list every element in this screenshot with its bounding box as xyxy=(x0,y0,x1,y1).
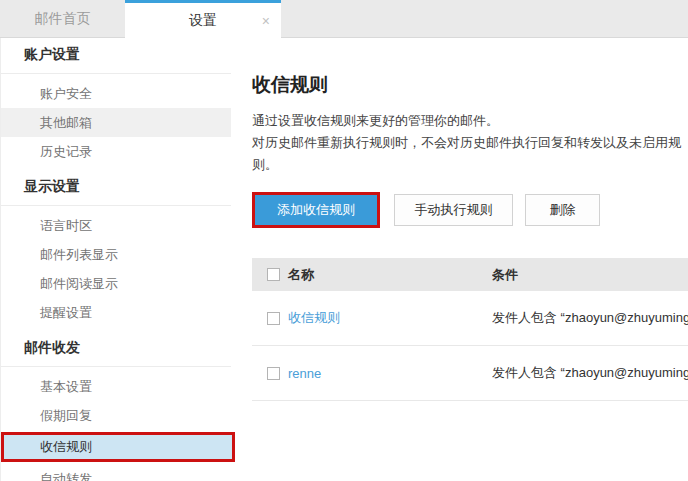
rule-name-link[interactable]: renne xyxy=(288,366,321,381)
select-all-checkbox[interactable] xyxy=(267,268,280,281)
description-line-1: 通过设置收信规则来更好的管理你的邮件。 xyxy=(252,110,688,132)
sidebar-item-history[interactable]: 历史记录 xyxy=(1,137,231,166)
delete-button[interactable]: 删除 xyxy=(525,194,600,226)
sidebar-item-mail-read-display[interactable]: 邮件阅读显示 xyxy=(1,269,231,298)
sidebar-section-account-list: 账户安全 其他邮箱 历史记录 xyxy=(1,74,231,170)
sidebar-item-account-security[interactable]: 账户安全 xyxy=(1,79,231,108)
table-row: 收信规则 发件人包含 “zhaoyun@zhuyuming.so xyxy=(252,291,688,346)
close-icon[interactable]: × xyxy=(262,14,270,28)
sidebar-item-other-mailboxes[interactable]: 其他邮箱 xyxy=(1,108,231,137)
table-header-row: 名称 条件 xyxy=(252,258,688,291)
annotation-highlight-add-button: 添加收信规则 xyxy=(252,192,380,228)
sidebar-item-basic-settings[interactable]: 基本设置 xyxy=(1,372,231,401)
column-header-condition: 条件 xyxy=(492,266,688,284)
sidebar-item-incoming-rules[interactable]: 收信规则 xyxy=(1,432,235,462)
sidebar-section-display: 显示设置 xyxy=(1,170,231,206)
sidebar-item-language-timezone[interactable]: 语言时区 xyxy=(1,211,231,240)
sidebar-item-auto-forward[interactable]: 自动转发 xyxy=(1,464,231,481)
page-description: 通过设置收信规则来更好的管理你的邮件。 对历史邮件重新执行规则时，不会对历史邮件… xyxy=(252,110,688,176)
rule-condition: 发件人包含 “zhaoyun@zhuyuming.so xyxy=(492,364,688,382)
row-checkbox[interactable] xyxy=(267,312,280,325)
table-row: renne 发件人包含 “zhaoyun@zhuyuming.so xyxy=(252,346,688,401)
rule-name-link[interactable]: 收信规则 xyxy=(288,310,340,325)
sidebar-section-display-list: 语言时区 邮件列表显示 邮件阅读显示 提醒设置 xyxy=(1,206,231,331)
description-line-2: 对历史邮件重新执行规则时，不会对历史邮件执行回复和转发以及未启用规则。 xyxy=(252,132,688,176)
sidebar-item-vacation-reply[interactable]: 假期回复 xyxy=(1,401,231,430)
sidebar-section-account: 账户设置 xyxy=(1,38,231,74)
row-checkbox[interactable] xyxy=(267,367,280,380)
column-header-name: 名称 xyxy=(288,266,492,284)
tab-settings-label: 设置 xyxy=(189,12,217,30)
tab-bar: 邮件首页 设置 × xyxy=(0,0,688,38)
run-rules-button[interactable]: 手动执行规则 xyxy=(394,194,513,226)
sidebar-item-reminder-settings[interactable]: 提醒设置 xyxy=(1,298,231,327)
toolbar: 添加收信规则 手动执行规则 删除 xyxy=(252,192,688,228)
sidebar-item-mail-list-display[interactable]: 邮件列表显示 xyxy=(1,240,231,269)
settings-sidebar: 账户设置 账户安全 其他邮箱 历史记录 显示设置 语言时区 邮件列表显示 邮件阅… xyxy=(0,38,232,481)
tab-mail-home[interactable]: 邮件首页 xyxy=(0,0,125,38)
tab-mail-home-label: 邮件首页 xyxy=(35,10,91,28)
page-title: 收信规则 xyxy=(252,72,688,98)
rule-condition: 发件人包含 “zhaoyun@zhuyuming.so xyxy=(492,309,688,327)
sidebar-section-send-receive-list: 基本设置 假期回复 收信规则 自动转发 xyxy=(1,367,231,481)
tab-settings[interactable]: 设置 × xyxy=(125,0,281,38)
main-content: 收信规则 通过设置收信规则来更好的管理你的邮件。 对历史邮件重新执行规则时，不会… xyxy=(231,38,688,481)
rules-table: 名称 条件 收信规则 发件人包含 “zhaoyun@zhuyuming.so r… xyxy=(252,258,688,401)
add-rule-button[interactable]: 添加收信规则 xyxy=(255,195,377,225)
sidebar-section-send-receive: 邮件收发 xyxy=(1,331,231,367)
